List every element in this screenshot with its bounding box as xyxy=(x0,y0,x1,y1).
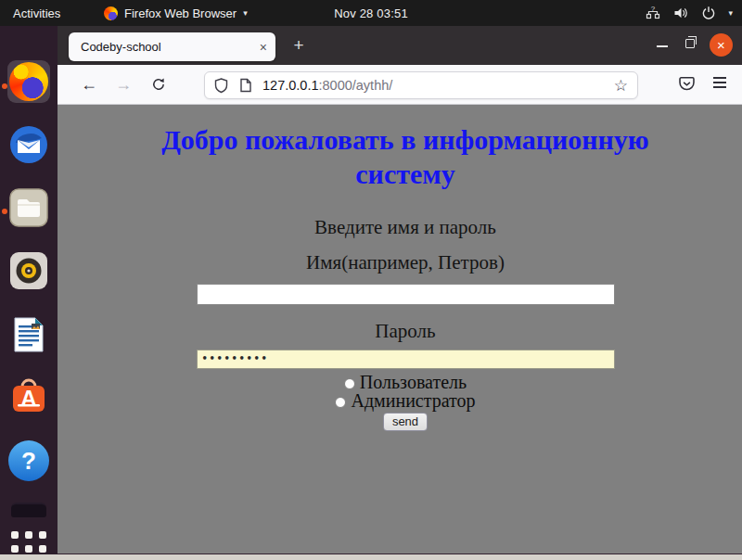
password-input[interactable]: ••••••••• xyxy=(197,350,615,369)
dock-item-ubuntu-software[interactable]: A xyxy=(7,376,50,419)
dock-item-firefox[interactable] xyxy=(7,60,50,103)
pocket-icon[interactable] xyxy=(678,75,696,96)
new-tab-button[interactable]: + xyxy=(288,34,310,57)
radio-row-user[interactable]: Пользователь xyxy=(69,374,742,391)
firefox-window: Codeby-school × + × ← → xyxy=(58,26,742,554)
radio-admin-label: Администратор xyxy=(351,390,475,411)
volume-icon xyxy=(673,6,689,20)
screen: Activities Firefox Web Browser ▾ Nov 28 … xyxy=(0,0,742,560)
menu-icon[interactable] xyxy=(713,77,726,88)
dock: A ? xyxy=(0,26,58,554)
clock[interactable]: Nov 28 03:51 xyxy=(0,6,742,20)
radio-user-label: Пользователь xyxy=(360,372,467,392)
files-icon xyxy=(8,187,49,228)
window-minimize-button[interactable] xyxy=(657,45,668,47)
power-icon xyxy=(701,6,716,20)
dock-item-thunderbird[interactable] xyxy=(7,123,50,166)
thunderbird-icon xyxy=(8,124,49,165)
forward-button[interactable]: → xyxy=(111,72,135,96)
svg-text:A: A xyxy=(20,386,36,411)
window-restore-button[interactable] xyxy=(685,39,695,48)
dock-item-files[interactable] xyxy=(7,186,50,229)
subtitle: Введите имя и пароль xyxy=(69,216,742,239)
ubuntu-software-icon: A xyxy=(8,377,49,418)
help-icon: ? xyxy=(8,440,49,481)
url-bar[interactable]: 127.0.0.1:8000/aythh/ ☆ xyxy=(204,71,638,99)
libreoffice-writer-icon xyxy=(8,314,49,355)
page-title: Добро пожаловать в информационную систем… xyxy=(118,123,693,191)
page-content: Добро пожаловать в информационную систем… xyxy=(58,105,742,554)
shield-icon[interactable] xyxy=(214,78,228,94)
network-question-icon: ? xyxy=(646,6,661,20)
caret-down-icon: ▾ xyxy=(728,8,733,18)
radio-admin[interactable] xyxy=(335,397,346,408)
reload-button[interactable] xyxy=(147,72,171,96)
password-label: Пароль xyxy=(69,320,742,343)
firefox-icon xyxy=(9,62,48,101)
dock-item-rhythmbox[interactable] xyxy=(7,249,50,292)
tab-title: Codeby-school xyxy=(81,40,161,54)
name-label: Имя(например, Петров) xyxy=(69,251,742,274)
rhythmbox-icon xyxy=(8,250,49,291)
tab-close-icon[interactable]: × xyxy=(260,41,267,54)
name-input[interactable] xyxy=(197,284,615,305)
dock-item-help[interactable]: ? xyxy=(7,439,50,482)
send-button[interactable]: send xyxy=(383,413,428,431)
page-info-icon[interactable] xyxy=(239,78,252,93)
system-tray[interactable]: ? ▾ xyxy=(646,6,733,20)
tab-codeby-school[interactable]: Codeby-school × xyxy=(69,32,275,61)
back-button[interactable]: ← xyxy=(77,72,101,96)
trash-icon[interactable] xyxy=(11,503,46,517)
url-text: 127.0.0.1:8000/aythh/ xyxy=(262,78,392,93)
system-top-bar: Activities Firefox Web Browser ▾ Nov 28 … xyxy=(0,0,742,26)
radio-user[interactable] xyxy=(344,378,355,389)
window-close-button[interactable]: × xyxy=(710,33,733,57)
radio-row-admin[interactable]: Администратор xyxy=(69,392,742,410)
bookmark-star-icon[interactable]: ☆ xyxy=(614,76,628,95)
window-bottom-edge xyxy=(0,554,742,560)
tab-bar: Codeby-school × + × xyxy=(58,26,742,65)
dock-item-libreoffice-writer[interactable] xyxy=(7,313,50,356)
svg-text:?: ? xyxy=(651,6,656,13)
navigation-toolbar: ← → 127.0.0.1:8000/aythh/ ☆ xyxy=(58,65,742,105)
